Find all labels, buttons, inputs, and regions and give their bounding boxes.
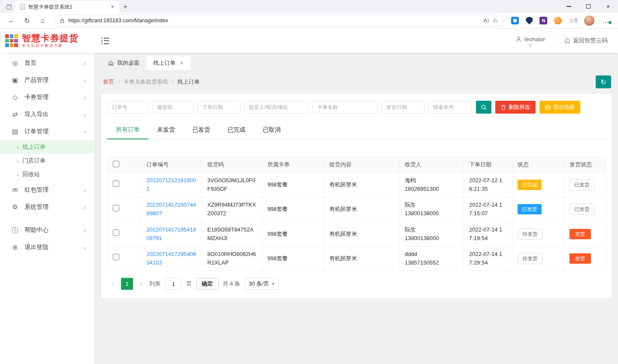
window-maximize-button[interactable] [579,0,598,13]
tab-close-icon[interactable]: × [109,3,116,10]
header-right: leohaior 返回智慧云码 [515,35,608,46]
read-aloud-icon[interactable]: A) [484,18,489,24]
reload-icon[interactable]: ↻ [21,15,33,27]
favorite-star-icon[interactable]: ☆ [492,17,498,24]
order-tab-4[interactable]: 已取消 [254,121,289,139]
ship-status-badge: 已发货 [570,179,594,190]
next-page-icon[interactable]: › [137,280,145,288]
row-checkbox[interactable] [113,180,119,187]
sidebar-subitem-online-orders[interactable]: ›线上订单 [0,140,94,154]
row-checkbox[interactable] [113,229,119,236]
sidebar-subitem-store-orders[interactable]: ›门店订单 [0,154,94,168]
order-number-link[interactable]: 202207141729540834103 [146,251,196,266]
order-tab-1[interactable]: 未发货 [148,121,184,139]
browser-menu-icon[interactable]: … [601,17,610,24]
status-badge: 待发货 [518,253,542,264]
search-button[interactable] [476,101,491,114]
receiver-cell: dddd13857150552 [400,246,464,271]
sidebar-item-help[interactable]: ⓘ帮助中心‹ [0,222,94,239]
sidebar-item-home[interactable]: ◎首页‹ [0,54,94,72]
sidebar-subitem-recycle-bin[interactable]: ›回收站 [0,168,94,181]
page-jump-input[interactable] [165,278,182,290]
return-cloud-link[interactable]: 返回智慧云码 [564,37,608,45]
url-text[interactable]: https://giftcard.165183.com/Manage/index [68,18,480,24]
ws-tab-desktop[interactable]: 我的桌面 [101,56,146,70]
filter-input-coupon-name[interactable] [312,101,378,114]
order-tab-3[interactable]: 已完成 [219,121,254,139]
back-icon[interactable]: ← [5,15,18,27]
browser-home-icon[interactable]: ⌂ [36,15,49,27]
breadcrumb-system[interactable]: 卡券兑换提货系统 [114,78,168,86]
confirm-page-button[interactable]: 确定 [196,278,218,290]
order-tab-2[interactable]: 已发货 [184,121,219,139]
filter-input-order-date[interactable] [197,101,240,114]
content-cell: 有机胚芽米 [324,222,400,246]
breadcrumb-home[interactable]: 首页 [103,78,114,86]
sidebar-item-system[interactable]: ⚙系统管理‹ [0,199,94,216]
sidebar-item-import-export[interactable]: ⇄导入导出‹ [0,106,94,123]
row-checkbox[interactable] [113,205,119,211]
filter-input-order-no[interactable] [107,101,148,114]
orders-table: 订单编号提货码所属卡券提货内容收货人下单日期状态发货状态 20220712121… [107,156,606,271]
chevron-left-icon: ‹ [84,60,86,66]
chevron-down-icon: ▾ [272,282,274,286]
ship-button[interactable]: 发货 [570,253,591,264]
prev-page-icon[interactable]: ‹ [109,280,117,288]
chevron-left-icon: ‹ [84,227,86,234]
profile-avatar[interactable] [584,15,594,26]
sidebar-item-product[interactable]: ▣产品管理‹ [0,72,94,89]
order-number-link[interactable]: 202207141715074489807 [146,202,196,217]
order-no-cell: 202207141729540834103 [141,246,202,271]
filter-input-tracking-no[interactable] [428,101,472,114]
window-close-button[interactable]: × [598,0,618,13]
page-label: 页 [186,280,192,288]
sidebar-item-label: 卡券管理 [24,93,48,101]
delete-selected-button[interactable]: 删除所选 [495,101,536,114]
status-badge: 待发货 [518,229,542,240]
order-number-link[interactable]: 20220712121619001 [146,177,196,192]
workspace-tabs: 我的桌面 线上订单 ✕ [94,53,618,70]
filter-input-pickup-code[interactable] [152,101,194,114]
ws-tab-online-orders[interactable]: 线上订单 ✕ [146,56,191,70]
column-header: 提货内容 [324,157,400,173]
defender-shield-icon[interactable] [526,17,533,24]
sidebar-item-order[interactable]: ▤订单管理‹ [0,123,94,140]
sidebar-item-redpacket[interactable]: ✉红包管理‹ [0,181,94,199]
orders-table-body: 202207121216190013VG0O53M1JL0F0F935DF998… [108,173,606,271]
chevron-down-icon[interactable] [528,42,533,46]
export-button[interactable]: 导出结果 [539,101,580,114]
close-icon[interactable]: ✕ [180,60,184,66]
window-minimize-button[interactable] [559,0,579,13]
favorites-hub-icon[interactable]: ☆ [569,17,577,24]
coupon-cell: 998套餐 [262,246,324,271]
browser-toolbar: ← ↻ ⌂ https://giftcard.165183.com/Manage… [0,13,618,29]
new-tab-button[interactable]: + [119,1,131,13]
receiver-name: 海鸥 [405,176,458,185]
filter-inputs [107,101,472,114]
user-menu[interactable]: leohaior [515,36,545,46]
refresh-button[interactable]: ↻ [596,75,611,88]
sidebar-item-logout[interactable]: ⊗退出登陆‹ [0,239,94,256]
extension-blue-icon[interactable] [511,17,519,24]
select-all-checkbox[interactable] [113,161,119,167]
onenote-icon[interactable]: N [539,17,547,24]
per-page-select[interactable]: 30 条/页 ▾ [244,278,278,290]
row-checkbox[interactable] [113,254,119,260]
filter-input-receiver[interactable] [244,101,309,114]
browser-tab[interactable]: 智慧卡券提货系统1 × [15,1,119,13]
chevron-right-icon: › [17,171,18,178]
status-cell: 已完成 [512,173,564,197]
sidebar-item-label: 订单管理 [24,128,48,135]
ship-button[interactable]: 发货 [570,229,591,239]
address-bar[interactable]: https://giftcard.165183.com/Manage/index… [54,15,503,27]
ship-status-cell: 已发货 [564,197,606,222]
order-number-link[interactable]: 202207141719541809791 [146,226,196,241]
system-icon: ⚙ [11,203,19,211]
current-page[interactable]: 1 [121,278,133,290]
order-tab-0[interactable]: 所有订单 [107,121,148,139]
filter-input-ship-date[interactable] [382,101,424,114]
sidebar-item-coupon[interactable]: ◇卡券管理‹ [0,89,94,106]
tab-actions-icon[interactable] [3,1,15,13]
extension-orange-icon[interactable] [554,17,562,24]
sidebar-collapse-icon[interactable] [101,37,109,44]
